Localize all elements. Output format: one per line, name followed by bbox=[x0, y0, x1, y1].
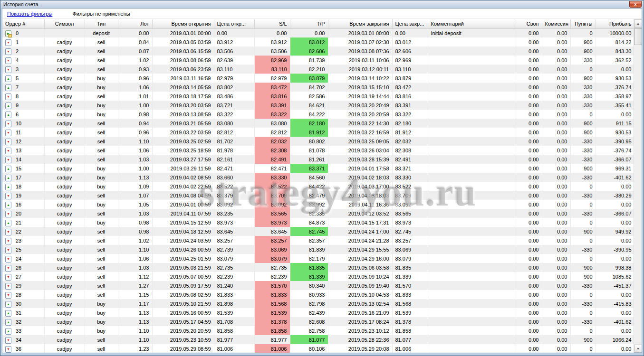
cell-tp: 82.357 bbox=[290, 236, 328, 245]
cell-sl: 82.979 bbox=[254, 74, 290, 83]
cell-open_time: 2019.05.09 17:59 bbox=[152, 281, 214, 290]
column-header-tp[interactable]: T/P bbox=[290, 19, 328, 28]
table-row[interactable]: ▼11cadjpysell0.962019.03.22 03:5982.8128… bbox=[2, 128, 634, 137]
cell-open_price: 81.833 bbox=[214, 290, 254, 299]
table-row[interactable]: ▲18cadjpybuy1.092019.04.02 22:5983.52283… bbox=[2, 182, 634, 191]
table-row[interactable]: ▼27cadjpysell1.122019.05.07 00:5982.2398… bbox=[2, 272, 634, 281]
table-row[interactable]: ▼8cadjpysell1.012019.03.18 17:5983.48683… bbox=[2, 92, 634, 101]
cell-symbol: cadjpy bbox=[44, 200, 85, 209]
cell-type: sell bbox=[85, 146, 118, 155]
table-row[interactable]: ▲6cadjpybuy0.982019.03.13 08:5983.32283.… bbox=[2, 110, 634, 119]
cell-open_time: 2019.03.08 06:59 bbox=[152, 56, 214, 65]
order-number: 15 bbox=[16, 166, 21, 171]
cell-close_time: 2019.05.10 04:53 bbox=[328, 290, 392, 299]
column-header-commission[interactable]: Комиссия bbox=[542, 19, 570, 28]
table-row[interactable]: ▲32cadjpybuy1.132019.05.17 04:5981.70881… bbox=[2, 317, 634, 326]
cell-lot: 1.09 bbox=[118, 182, 152, 191]
order-number: 0 bbox=[16, 30, 19, 36]
cell-tp: 83.879 bbox=[290, 74, 328, 83]
column-header-swap[interactable]: Своп bbox=[516, 19, 542, 28]
cell-close_time: 2019.03.07 02:30 bbox=[328, 37, 392, 47]
table-row[interactable]: ▼1cadjpysell0.842019.03.05 03:5983.91283… bbox=[2, 37, 634, 47]
table-row[interactable]: ▼36cadjpysell1.232019.05.29 08:5981.0068… bbox=[2, 344, 634, 353]
cell-comment bbox=[428, 101, 516, 110]
cell-close_time: 2019.03.19 14:44 bbox=[328, 92, 392, 101]
cell-order: ▲9 bbox=[2, 101, 44, 110]
cell-symbol: cadjpy bbox=[44, 326, 85, 335]
table-row[interactable]: ▶0deposit0.002019.03.01 00:000.000.000.0… bbox=[2, 28, 634, 37]
table-row[interactable]: ▲15cadjpybuy1.002019.03.29 11:5982.47182… bbox=[2, 164, 634, 173]
table-row[interactable]: ▲31cadjpybuy1.132019.05.16 00:5981.53981… bbox=[2, 308, 634, 317]
table-row[interactable]: ▲33cadjpybuy1.102019.05.20 20:5981.85881… bbox=[2, 326, 634, 335]
table-row[interactable]: ▼20cadjpysell1.032019.04.11 07:5983.2358… bbox=[2, 209, 634, 218]
table-row[interactable]: ▲21cadjpybuy0.982019.04.15 12:5983.97383… bbox=[2, 218, 634, 227]
cell-symbol: cadjpy bbox=[44, 101, 85, 110]
cell-sl: 83.522 bbox=[254, 182, 290, 191]
table-row[interactable]: ▼2cadjpysell0.872019.03.06 15:5983.50683… bbox=[2, 47, 634, 56]
cell-open_price: 82.239 bbox=[214, 272, 254, 281]
cell-order: ▼34 bbox=[2, 335, 44, 344]
cell-open_time: 2019.05.23 10:59 bbox=[152, 335, 214, 344]
column-header-open_time[interactable]: Время открытия bbox=[152, 19, 214, 28]
table-row[interactable]: ▼19cadjpysell1.072019.04.08 04:5983.3798… bbox=[2, 191, 634, 200]
buy-icon: ▲ bbox=[5, 112, 11, 118]
column-header-profit[interactable]: Прибыль bbox=[596, 19, 634, 28]
column-header-comment[interactable]: Комментарий bbox=[428, 19, 516, 28]
order-number: 10 bbox=[16, 121, 21, 126]
scroll-down-icon[interactable]: ▼ bbox=[634, 345, 642, 353]
titlebar[interactable]: История счета x bbox=[0, 0, 644, 8]
table-row[interactable]: ▼23cadjpysell1.022019.04.24 03:5983.2578… bbox=[2, 236, 634, 245]
show-filters-link[interactable]: Показать фильтры bbox=[7, 11, 52, 17]
table-row[interactable]: ▼29cadjpysell1.272019.05.09 17:5981.2408… bbox=[2, 281, 634, 290]
vertical-scrollbar[interactable]: ▲ ▼ bbox=[634, 19, 642, 353]
cell-open_time: 2019.03.11 16:59 bbox=[152, 74, 214, 83]
cell-open_time: 2019.03.25 18:59 bbox=[152, 146, 214, 155]
table-row[interactable]: ▼4cadjpysell1.022019.03.08 06:5982.63982… bbox=[2, 56, 634, 65]
cell-comment bbox=[428, 128, 516, 137]
table-row[interactable]: ▲17cadjpybuy1.132019.04.02 08:5983.66083… bbox=[2, 173, 634, 182]
table-row[interactable]: ▼3cadjpysell0.932019.03.06 23:5983.11083… bbox=[2, 65, 634, 74]
table-row[interactable]: ▼10cadjpysell0.942019.03.21 05:5983.0808… bbox=[2, 119, 634, 128]
table-row[interactable]: ▼14cadjpysell1.032019.03.27 17:5982.1618… bbox=[2, 155, 634, 164]
table-row[interactable]: ▼26cadjpysell1.032019.05.03 21:5982.7358… bbox=[2, 263, 634, 272]
table-row[interactable]: ▼22cadjpysell0.982019.04.18 12:5983.6458… bbox=[2, 227, 634, 236]
column-header-sl[interactable]: S/L bbox=[254, 19, 290, 28]
cell-open_time: 2019.04.24 03:59 bbox=[152, 236, 214, 245]
column-header-close_price[interactable]: Цена закр... bbox=[392, 19, 428, 28]
column-header-order[interactable]: Ордер # bbox=[2, 19, 44, 28]
cell-commission: 0.00 bbox=[542, 173, 570, 182]
table-row[interactable]: ▼24cadjpysell1.062019.04.25 01:5983.0798… bbox=[2, 254, 634, 263]
table-row[interactable]: ▼25cadjpysell1.102019.04.26 00:5982.7398… bbox=[2, 245, 634, 254]
column-header-lot[interactable]: Лот bbox=[118, 19, 152, 28]
close-icon[interactable]: x bbox=[629, 1, 642, 8]
table-row[interactable]: ▲30cadjpybuy1.172019.05.10 21:5981.89881… bbox=[2, 299, 634, 308]
cell-swap: 0.00 bbox=[516, 37, 542, 47]
column-header-open_price[interactable]: Цена откр... bbox=[214, 19, 254, 28]
cell-swap: 0.00 bbox=[516, 173, 542, 182]
column-header-points[interactable]: Пункты bbox=[570, 19, 596, 28]
scrollbar-thumb[interactable] bbox=[634, 28, 642, 45]
table-row[interactable]: ▲7cadjpybuy1.062019.03.14 05:5983.80283.… bbox=[2, 83, 634, 92]
cell-sl: 82.491 bbox=[254, 155, 290, 164]
table-row[interactable]: ▼28cadjpysell1.152019.05.08 02:5981.8338… bbox=[2, 290, 634, 299]
cell-tp: 83.012 bbox=[290, 37, 328, 47]
cell-close_time: 2019.04.12 03:52 bbox=[328, 209, 392, 218]
cell-symbol: cadjpy bbox=[44, 290, 85, 299]
table-row[interactable]: ▲9cadjpybuy1.002019.03.20 03:5983.72183.… bbox=[2, 101, 634, 110]
cell-commission: 0.00 bbox=[542, 344, 570, 353]
cell-swap: 0.00 bbox=[516, 191, 542, 200]
order-number: 25 bbox=[16, 247, 21, 253]
cell-commission: 0.00 bbox=[542, 74, 570, 83]
table-row[interactable]: ▼34cadjpysell1.102019.05.23 10:5981.9778… bbox=[2, 335, 634, 344]
table-row[interactable]: ▲16cadjpybuy1.052019.04.01 00:5983.09283… bbox=[2, 200, 634, 209]
column-header-symbol[interactable]: Символ bbox=[44, 19, 85, 28]
scroll-up-icon[interactable]: ▲ bbox=[634, 19, 642, 28]
cell-open_time: 2019.03.27 17:59 bbox=[152, 155, 214, 164]
cell-symbol: cadjpy bbox=[44, 164, 85, 173]
cell-close_time: 2019.03.28 15:39 bbox=[328, 155, 392, 164]
column-header-type[interactable]: Тип bbox=[85, 19, 118, 28]
column-header-close_time[interactable]: Время закрытия bbox=[328, 19, 392, 28]
table-row[interactable]: ▼12cadjpysell1.102019.03.25 02:5981.7028… bbox=[2, 137, 634, 146]
table-row[interactable]: ▲5cadjpybuy0.962019.03.11 16:5982.97982.… bbox=[2, 74, 634, 83]
table-row[interactable]: ▼13cadjpysell1.062019.03.25 18:5981.9788… bbox=[2, 146, 634, 155]
